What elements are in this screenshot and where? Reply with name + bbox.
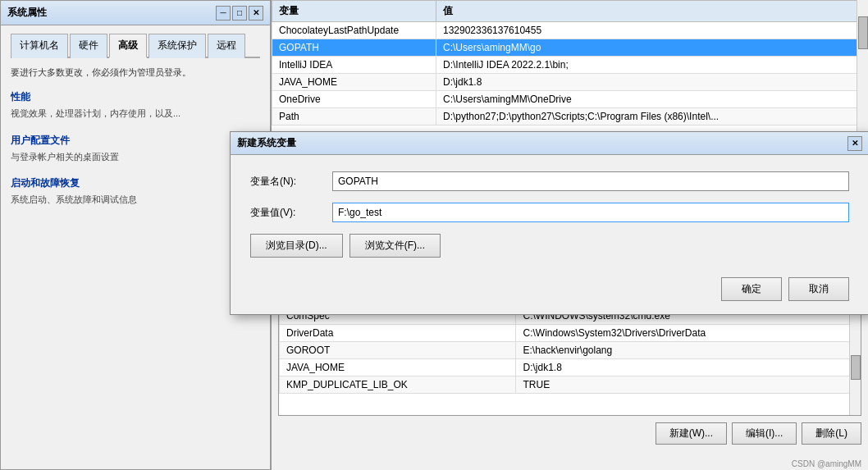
sys-props-title: 系统属性	[7, 6, 216, 20]
window-controls: ─ □ ✕	[216, 6, 263, 21]
minimize-btn[interactable]: ─	[216, 6, 231, 21]
section-user-profiles-label: 用户配置文件	[11, 134, 260, 148]
dialog-ok-button[interactable]: 确定	[721, 277, 782, 301]
section-performance: 性能 视觉效果，处理器计划，内存使用，以及...	[11, 90, 260, 120]
section-performance-desc: 视觉效果，处理器计划，内存使用，以及...	[11, 107, 260, 120]
edit-var-button[interactable]: 编辑(I)...	[732, 422, 797, 445]
col-var: 变量	[272, 1, 436, 22]
table-row[interactable]: JAVA_HOMED:\jdk1.8	[280, 359, 861, 376]
table-row[interactable]: KMP_DUPLICATE_LIB_OKTRUE	[280, 376, 861, 394]
scrollbar-thumb-top[interactable]	[858, 16, 868, 49]
table-row[interactable]: JAVA_HOMED:\jdk1.8	[272, 74, 868, 91]
dialog-browse-row: 浏览目录(D)... 浏览文件(F)...	[250, 234, 849, 258]
env-bottom-buttons: 新建(W)... 编辑(I)... 删除(L)	[272, 419, 868, 448]
env-table-top: 变量 值 ChocolateyLastPathUpdate13290233613…	[272, 0, 868, 125]
table-row[interactable]: OneDriveC:\Users\amingMM\OneDrive	[272, 91, 868, 108]
dialog-varvalue-row: 变量值(V):	[250, 203, 849, 222]
section-startup-recovery-label: 启动和故障恢复	[11, 176, 260, 190]
table-row[interactable]: IntelliJ IDEAD:\IntelliJ IDEA 2022.2.1\b…	[272, 57, 868, 74]
table-row[interactable]: GOPATHC:\Users\amingMM\go	[272, 39, 868, 57]
section-user-profiles-desc: 与登录帐户相关的桌面设置	[11, 151, 260, 163]
tab-bar: 计算机名 硬件 高级 系统保护 远程	[11, 32, 260, 58]
new-var-dialog: 新建系统变量 ✕ 变量名(N): 变量值(V): 浏览目录(D)... 浏览文件…	[230, 131, 868, 315]
dialog-title: 新建系统变量	[237, 136, 847, 150]
section-startup-recovery-desc: 系统启动、系统故障和调试信息	[11, 194, 260, 206]
dialog-varname-row: 变量名(N):	[250, 171, 849, 191]
col-val: 值	[436, 1, 868, 22]
tab-computer-name[interactable]: 计算机名	[11, 34, 68, 58]
table-row[interactable]: GOROOTE:\hack\envir\golang	[280, 342, 861, 359]
close-btn[interactable]: ✕	[249, 6, 263, 21]
tab-advanced[interactable]: 高级	[109, 34, 147, 58]
varname-input[interactable]	[332, 171, 849, 191]
table-row[interactable]: ChocolateyLastPathUpdate1329023361376104…	[272, 22, 868, 39]
footer-credit: CSDN @amingMM	[792, 459, 861, 468]
scrollbar-thumb-bottom[interactable]	[851, 355, 861, 380]
tab-remote[interactable]: 远程	[208, 34, 245, 58]
dialog-body: 变量名(N): 变量值(V): 浏览目录(D)... 浏览文件(F)...	[231, 155, 868, 271]
varvalue-input[interactable]	[332, 203, 849, 222]
browse-file-button[interactable]: 浏览文件(F)...	[349, 234, 441, 258]
delete-var-button[interactable]: 删除(L)	[802, 422, 861, 445]
new-var-button[interactable]: 新建(W)...	[656, 422, 727, 445]
varname-label: 变量名(N):	[250, 175, 332, 189]
table-row[interactable]: DriverDataC:\Windows\System32\Drivers\Dr…	[280, 325, 861, 342]
varvalue-label: 变量值(V):	[250, 206, 332, 220]
section-user-profiles: 用户配置文件 与登录帐户相关的桌面设置	[11, 134, 260, 163]
table-row[interactable]: PathD:\python27;D:\python27\Scripts;C:\P…	[272, 108, 868, 125]
dialog-close-btn[interactable]: ✕	[847, 136, 862, 151]
tab-sys-protection[interactable]: 系统保护	[148, 34, 206, 58]
sys-props-notice: 要进行大多数更改，你必须作为管理员登录。	[11, 66, 260, 79]
tab-hardware[interactable]: 硬件	[70, 34, 107, 58]
section-performance-label: 性能	[11, 90, 260, 104]
dialog-titlebar: 新建系统变量 ✕	[231, 132, 868, 155]
dialog-action-buttons: 确定 取消	[231, 271, 868, 314]
sys-props-titlebar: 系统属性 ─ □ ✕	[1, 1, 270, 25]
section-startup-recovery: 启动和故障恢复 系统启动、系统故障和调试信息	[11, 176, 260, 206]
browse-dir-button[interactable]: 浏览目录(D)...	[250, 234, 343, 258]
dialog-cancel-button[interactable]: 取消	[788, 277, 849, 301]
maximize-btn[interactable]: □	[232, 6, 247, 21]
